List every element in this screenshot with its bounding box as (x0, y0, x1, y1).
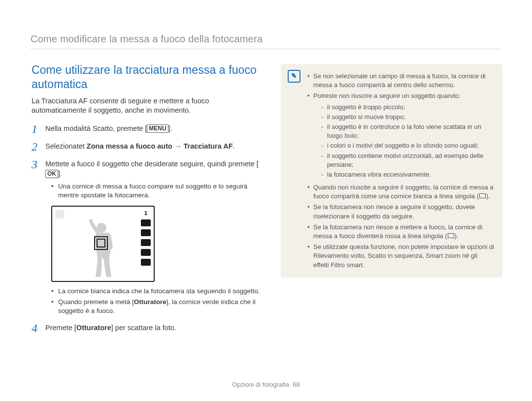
bullet: La cornice bianca indica che la fotocame… (51, 287, 263, 296)
arrow: → (172, 142, 184, 150)
step-bold: Zona messa a fuoco auto (87, 142, 172, 150)
step-3: 3 Mettete a fuoco il soggetto che deside… (32, 158, 263, 179)
stabilizer-icon (141, 259, 151, 266)
step-body: Mettete a fuoco il soggetto che desidera… (45, 158, 263, 179)
step-text: ]. (168, 124, 172, 132)
step-text: ] per scattare la foto. (111, 324, 176, 332)
note-bullet: Se utilizzate questa funzione, non potet… (307, 243, 495, 270)
note-bullet: Potreste non riuscire a seguire un sogge… (307, 92, 495, 181)
step-number: 4 (32, 322, 45, 335)
note-text: ). (486, 192, 490, 200)
bullet: Quando premete a metà [Otturatore], la c… (51, 298, 263, 315)
note-text: ). (455, 232, 459, 240)
note-sub-bullet: il soggetto è troppo piccolo; (321, 103, 495, 112)
note-bullet: Quando non riuscite a seguire il soggett… (307, 183, 495, 201)
note-list: Se non selezionate un campo di messa a f… (307, 72, 495, 270)
footer-section: Opzioni di fotografia (232, 381, 289, 388)
note-bullet: Se la fotocamera non riesce a mettere a … (307, 223, 495, 241)
step-1: 1 Nella modalità Scatto, premete [MENU]. (32, 123, 263, 135)
step-number: 3 (32, 158, 45, 171)
step-3-bullets: Una cornice di messa a fuoco compare sul… (51, 182, 263, 200)
menu-icon: MENU (147, 124, 168, 133)
step-text: ]. (58, 170, 62, 178)
page-header: Come modificare la messa a fuoco della f… (31, 32, 501, 49)
focus-frame-icon (94, 236, 108, 250)
frame-icon (479, 193, 486, 198)
camera-preview: 1 (51, 206, 155, 282)
note-bullet: Se non selezionate un campo di messa a f… (307, 72, 495, 90)
frame-icon (448, 233, 454, 238)
bullet: Una cornice di messa a fuoco compare sul… (51, 182, 263, 200)
mode-icon (55, 210, 64, 218)
note-sub-bullet: il soggetto contiene motivi orizzontali,… (321, 152, 495, 169)
header-title: Come modificare la messa a fuoco della f… (31, 33, 263, 44)
note-sub-bullet: i colori o i motivi del soggetto e lo sf… (321, 141, 495, 150)
ok-icon: OK (45, 170, 58, 178)
footer-page: 68 (293, 381, 299, 388)
left-column: Come utilizzare la tracciatura messa a f… (32, 63, 263, 338)
step-number: 2 (32, 140, 45, 153)
step-4: 4 Premete [Otturatore] per scattare la f… (32, 322, 263, 335)
step-text: Mettete a fuoco il soggetto che desidera… (45, 160, 259, 168)
step-number: 1 (32, 123, 45, 135)
step-bold: Otturatore (76, 324, 111, 332)
step-bold: Tracciatura AF (183, 142, 233, 150)
step-text: Selezionatet (45, 142, 87, 150)
side-icons: 1 (141, 210, 151, 266)
note-text: Potreste non riuscire a seguire un sogge… (313, 92, 460, 99)
note-sub-bullet: il soggetto è in controluce o la foto vi… (321, 123, 495, 140)
step-2: 2 Selezionatet Zona messa a fuoco auto →… (32, 140, 263, 153)
quality-icon (141, 239, 151, 246)
note-sub-bullet: la fotocamera vibra eccessivamente. (321, 170, 495, 179)
counter-icon: 1 (141, 210, 151, 216)
note-sublist: il soggetto è troppo piccolo; il soggett… (313, 101, 495, 182)
step-text: Premete [ (45, 324, 76, 332)
step-text: . (233, 142, 235, 150)
note-bullet: Se la fotocamera non riesce a seguire il… (307, 203, 495, 220)
section-title: Come utilizzare la tracciatura messa a f… (32, 63, 263, 92)
step-body: Nella modalità Scatto, premete [MENU]. (45, 123, 263, 134)
note-text: Quando non riuscite a seguire il soggett… (313, 184, 494, 200)
page-footer: Opzioni di fotografia 68 (0, 380, 532, 389)
bullet-bold: Otturatore (134, 298, 166, 306)
step-body: Selezionatet Zona messa a fuoco auto → T… (45, 140, 263, 152)
step-body: Premete [Otturatore] per scattare la fot… (45, 322, 263, 333)
intro-text: La Tracciatura AF consente di seguire e … (32, 96, 263, 116)
step-3-after-bullets: La cornice bianca indica che la fotocame… (51, 287, 263, 316)
note-box: ✎ Se non selezionate un campo di messa a… (281, 64, 502, 278)
battery-icon (141, 219, 151, 226)
note-sub-bullet: il soggetto si muove troppo; (321, 113, 495, 122)
note-icon: ✎ (288, 70, 300, 83)
bullet-text: Quando premete a metà [ (58, 298, 134, 306)
right-column: ✎ Se non selezionate un campo di messa a… (281, 64, 502, 278)
flash-icon (141, 249, 151, 256)
resolution-icon (141, 229, 151, 236)
step-text: Nella modalità Scatto, premete [ (45, 124, 147, 132)
